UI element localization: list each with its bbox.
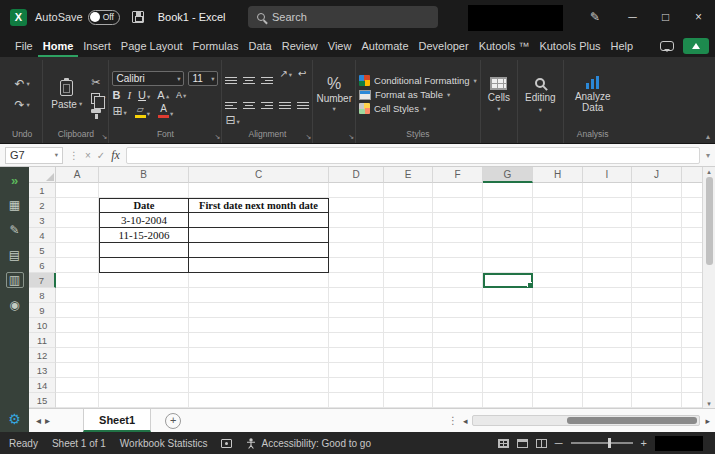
cell-B5[interactable] — [99, 243, 189, 258]
cell-J6[interactable] — [632, 258, 682, 273]
cell-B8[interactable] — [99, 288, 189, 303]
cell-E15[interactable] — [384, 393, 433, 408]
cell-D3[interactable] — [329, 213, 384, 228]
cell-G9[interactable] — [483, 303, 533, 318]
cell-H3[interactable] — [533, 213, 583, 228]
font-name-combo[interactable]: Calibri▾ — [112, 71, 184, 86]
scroll-right-icon[interactable]: ▸ — [705, 416, 710, 426]
cell-F6[interactable] — [433, 258, 483, 273]
save-icon[interactable] — [132, 11, 144, 23]
cell-D13[interactable] — [329, 363, 384, 378]
share-button[interactable] — [683, 38, 709, 54]
column-header-F[interactable]: F — [433, 167, 483, 183]
cell-C3[interactable] — [189, 213, 329, 228]
cell-D10[interactable] — [329, 318, 384, 333]
number-dialog-launcher[interactable]: ↘ — [348, 133, 354, 141]
cell-C2[interactable]: First date next month date — [189, 198, 329, 213]
row-header-1[interactable]: 1 — [29, 183, 56, 198]
column-header-G[interactable]: G — [483, 167, 533, 183]
enter-icon[interactable]: ✓ — [97, 150, 105, 161]
align-bottom-button[interactable] — [261, 64, 273, 84]
cell-J4[interactable] — [632, 228, 682, 243]
menu-tab-help[interactable]: Help — [606, 40, 639, 57]
cell-E2[interactable] — [384, 198, 433, 213]
cell-E4[interactable] — [384, 228, 433, 243]
copy-button[interactable]: ▾ — [91, 93, 105, 104]
vertical-scrollbar-thumb[interactable] — [706, 177, 713, 265]
formula-input[interactable] — [126, 147, 700, 164]
cell-F12[interactable] — [433, 348, 483, 363]
menu-tab-data[interactable]: Data — [243, 40, 276, 57]
kutools-edit-icon[interactable]: ✎ — [6, 222, 24, 238]
page-layout-view-icon[interactable] — [517, 439, 528, 448]
row-header-6[interactable]: 6 — [29, 258, 56, 273]
cell-J15[interactable] — [632, 393, 682, 408]
cell-H13[interactable] — [533, 363, 583, 378]
cell-F14[interactable] — [433, 378, 483, 393]
cell-F5[interactable] — [433, 243, 483, 258]
cell-C10[interactable] — [189, 318, 329, 333]
cell-J8[interactable] — [632, 288, 682, 303]
cell-H10[interactable] — [533, 318, 583, 333]
cell-G11[interactable] — [483, 333, 533, 348]
row-header-10[interactable]: 10 — [29, 318, 56, 333]
kutools-rows-icon[interactable]: ▤ — [6, 247, 24, 263]
decrease-font-button[interactable]: A▾ — [176, 90, 186, 100]
accessibility-status[interactable]: Accessibility: Good to go — [246, 438, 371, 449]
cell-G4[interactable] — [483, 228, 533, 243]
cell-A10[interactable] — [56, 318, 99, 333]
row-header-5[interactable]: 5 — [29, 243, 56, 258]
workbook-statistics-button[interactable]: Workbook Statistics — [120, 438, 208, 449]
scroll-down-icon[interactable]: ▾ — [707, 400, 711, 407]
cell-A2[interactable] — [56, 198, 99, 213]
cell-G12[interactable] — [483, 348, 533, 363]
cell-H7[interactable] — [533, 273, 583, 288]
expand-pane-icon[interactable]: » — [6, 172, 24, 188]
tab-bar-divider-icon[interactable]: ⋮ — [448, 415, 458, 426]
horizontal-scrollbar[interactable] — [472, 415, 700, 426]
row-header-3[interactable]: 3 — [29, 213, 56, 228]
cell-E12[interactable] — [384, 348, 433, 363]
font-color-button[interactable]: A▾ — [158, 104, 173, 118]
format-as-table-button[interactable]: Format as Table▾ — [359, 89, 450, 100]
cell-I9[interactable] — [583, 303, 632, 318]
cell-F8[interactable] — [433, 288, 483, 303]
conditional-formatting-button[interactable]: Conditional Formatting▾ — [359, 75, 477, 86]
horizontal-scrollbar-thumb[interactable] — [567, 417, 697, 424]
cell-B1[interactable] — [99, 183, 189, 198]
cell-D7[interactable] — [329, 273, 384, 288]
cell-D1[interactable] — [329, 183, 384, 198]
align-right-button[interactable] — [261, 89, 273, 109]
cell-D14[interactable] — [329, 378, 384, 393]
cell-I5[interactable] — [583, 243, 632, 258]
row-header-11[interactable]: 11 — [29, 333, 56, 348]
search-input[interactable]: Search — [248, 6, 438, 28]
cell-F11[interactable] — [433, 333, 483, 348]
menu-tab-insert[interactable]: Insert — [78, 40, 116, 57]
cell-H8[interactable] — [533, 288, 583, 303]
cell-I1[interactable] — [583, 183, 632, 198]
cell-A5[interactable] — [56, 243, 99, 258]
increase-indent-button[interactable] — [297, 89, 309, 109]
cell-G3[interactable] — [483, 213, 533, 228]
align-top-button[interactable] — [225, 64, 237, 84]
format-painter-button[interactable] — [91, 109, 104, 113]
cell-H15[interactable] — [533, 393, 583, 408]
cell-C8[interactable] — [189, 288, 329, 303]
cell-J12[interactable] — [632, 348, 682, 363]
cell-B4[interactable]: 11-15-2006 — [99, 228, 189, 243]
zoom-out-button[interactable]: ─ — [555, 437, 563, 449]
cell-I7[interactable] — [583, 273, 632, 288]
insert-function-icon[interactable]: fx — [111, 148, 120, 163]
cell-C1[interactable] — [189, 183, 329, 198]
scroll-up-icon[interactable]: ▴ — [707, 168, 711, 175]
cell-E3[interactable] — [384, 213, 433, 228]
column-header-I[interactable]: I — [583, 167, 632, 183]
align-center-button[interactable] — [243, 89, 255, 109]
cell-B2[interactable]: Date — [99, 198, 189, 213]
name-box[interactable]: G7 ▾ — [5, 147, 63, 164]
cell-C9[interactable] — [189, 303, 329, 318]
cell-A12[interactable] — [56, 348, 99, 363]
menu-tab-file[interactable]: File — [10, 40, 38, 57]
cell-F3[interactable] — [433, 213, 483, 228]
